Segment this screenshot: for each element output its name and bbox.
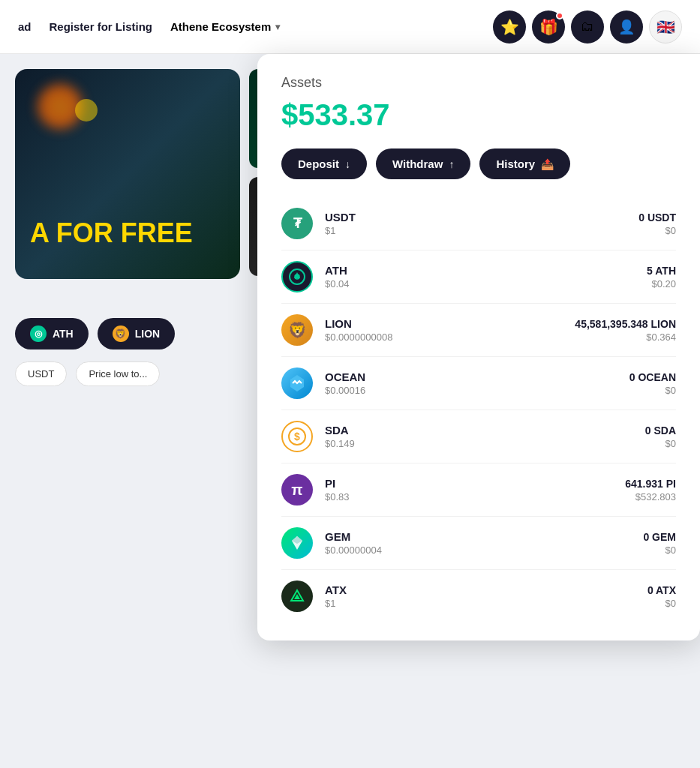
sda-amount: 0 SDA (645, 424, 676, 436)
ath-coin-icon (281, 261, 313, 292)
filter-price[interactable]: Price low to... (76, 362, 160, 386)
lion-price: $0.0000000008 (325, 332, 563, 343)
filter-usdt[interactable]: USDT (15, 362, 67, 386)
asset-row-pi: π PI $0.83 641.931 PI $532.803 (281, 464, 676, 517)
atx-info: ATX $1 (325, 584, 635, 609)
deposit-icon: ↓ (345, 158, 350, 170)
ath-value: $0.20 (647, 278, 676, 290)
pi-info: PI $0.83 (325, 477, 613, 502)
lion-value: $0.364 (575, 332, 676, 343)
main-banner: A FOR FREE (15, 69, 240, 279)
atx-coin-icon (281, 580, 313, 612)
nav-ad[interactable]: ad (18, 20, 32, 34)
ocean-info: OCEAN $0.00016 (325, 370, 617, 396)
usdt-coin-icon: ₮ (281, 208, 313, 239)
gem-icon-svg (289, 535, 305, 551)
tab-ath-label: ATH (53, 328, 74, 340)
ocean-icon-svg (287, 374, 307, 393)
ath-icon-svg (288, 268, 306, 286)
gem-amount: 0 GEM (643, 531, 676, 543)
language-icon-button[interactable]: 🇬🇧 (649, 10, 682, 44)
history-icon: 📤 (541, 158, 554, 170)
pi-coin-icon: π (281, 474, 313, 506)
asset-row-ath: ATH $0.04 5 ATH $0.20 (281, 250, 676, 304)
usdt-balance: 0 USDT $0 (638, 212, 676, 236)
lion-coin-icon: 🦁 (281, 314, 313, 346)
atx-icon-svg (289, 588, 305, 604)
lion-info: LION $0.0000000008 (325, 317, 563, 343)
tab-lion[interactable]: 🦁 LION (98, 318, 175, 350)
ocean-value: $0 (629, 385, 676, 396)
usdt-value: $0 (638, 225, 676, 236)
nav-register[interactable]: Register for Listing (50, 20, 153, 34)
pi-value: $532.803 (625, 491, 676, 502)
asset-row-lion: 🦁 LION $0.0000000008 45,581,395.348 LION… (281, 304, 676, 357)
tab-lion-label: LION (135, 328, 160, 340)
assets-panel-title: Assets (281, 75, 676, 91)
pi-balance: 641.931 PI $532.803 (625, 478, 676, 502)
history-label: History (496, 158, 535, 170)
gem-coin-icon (281, 527, 313, 559)
wallet-icon: 🗂 (581, 19, 594, 34)
sda-icon-svg: $ (287, 427, 307, 446)
asset-row-atx: ATX $1 0 ATX $0 (281, 570, 676, 622)
ocean-balance: 0 OCEAN $0 (629, 371, 676, 396)
ath-price: $0.04 (325, 278, 635, 290)
notification-badge (556, 12, 563, 20)
gem-value: $0 (643, 544, 676, 556)
pi-amount: 641.931 PI (625, 478, 676, 490)
asset-row-gem: GEM $0.00000004 0 GEM $0 (281, 517, 676, 570)
lion-balance: 45,581,395.348 LION $0.364 (575, 318, 676, 343)
banner-main-text: A FOR FREE (30, 218, 193, 249)
svg-text:$: $ (294, 430, 300, 442)
atx-price: $1 (325, 598, 635, 609)
withdraw-button[interactable]: Withdraw ↑ (376, 148, 470, 179)
header: ad Register for Listing Athene Ecosystem… (0, 0, 700, 54)
header-icons: ⭐ 🎁 🗂 👤 🇬🇧 (493, 10, 682, 44)
user-icon: 👤 (618, 19, 635, 35)
action-buttons: Deposit ↓ Withdraw ↑ History 📤 (281, 148, 676, 179)
ath-name: ATH (325, 264, 635, 277)
gift-icon-button[interactable]: 🎁 (532, 10, 565, 44)
withdraw-icon: ↑ (449, 158, 454, 170)
gift-icon: 🎁 (539, 18, 558, 36)
pi-name: PI (325, 477, 613, 490)
wallet-icon-button[interactable]: 🗂 (571, 10, 604, 44)
atx-name: ATX (325, 584, 635, 596)
chevron-down-icon: ▾ (275, 22, 280, 32)
gem-price: $0.00000004 (325, 544, 631, 556)
usdt-name: USDT (325, 211, 626, 224)
history-button[interactable]: History 📤 (479, 148, 570, 179)
star-icon-button[interactable]: ⭐ (493, 10, 526, 44)
ocean-coin-icon (281, 368, 313, 399)
usdt-price: $1 (325, 225, 626, 236)
sda-price: $0.149 (325, 438, 633, 449)
ocean-price: $0.00016 (325, 385, 617, 396)
sda-name: SDA (325, 424, 633, 436)
gem-info: GEM $0.00000004 (325, 530, 631, 556)
deposit-button[interactable]: Deposit ↓ (281, 148, 367, 179)
ath-amount: 5 ATH (647, 265, 676, 277)
assets-total-value: $533.37 (281, 98, 676, 132)
pi-price: $0.83 (325, 491, 613, 502)
usdt-amount: 0 USDT (638, 212, 676, 224)
star-icon: ⭐ (500, 18, 519, 36)
asset-list: ₮ USDT $1 0 USDT $0 ATH $0.04 (281, 197, 676, 622)
deposit-label: Deposit (298, 158, 339, 170)
nav-ecosystem[interactable]: Athene Ecosystem ▾ (170, 20, 280, 34)
tab-ath[interactable]: ◎ ATH (15, 318, 89, 350)
lion-amount: 45,581,395.348 LION (575, 318, 676, 330)
withdraw-label: Withdraw (392, 158, 443, 170)
atx-value: $0 (647, 598, 676, 609)
lion-name: LION (325, 317, 563, 330)
ocean-amount: 0 OCEAN (629, 371, 676, 383)
flag-icon: 🇬🇧 (656, 18, 675, 36)
asset-row-usdt: ₮ USDT $1 0 USDT $0 (281, 197, 676, 250)
assets-panel: Assets $533.37 Deposit ↓ Withdraw ↑ Hist… (257, 54, 700, 640)
usdt-info: USDT $1 (325, 211, 626, 236)
ath-info: ATH $0.04 (325, 264, 635, 290)
sda-value: $0 (645, 438, 676, 449)
atx-amount: 0 ATX (647, 584, 676, 596)
user-icon-button[interactable]: 👤 (610, 10, 643, 44)
asset-row-sda: $ SDA $0.149 0 SDA $0 (281, 410, 676, 464)
